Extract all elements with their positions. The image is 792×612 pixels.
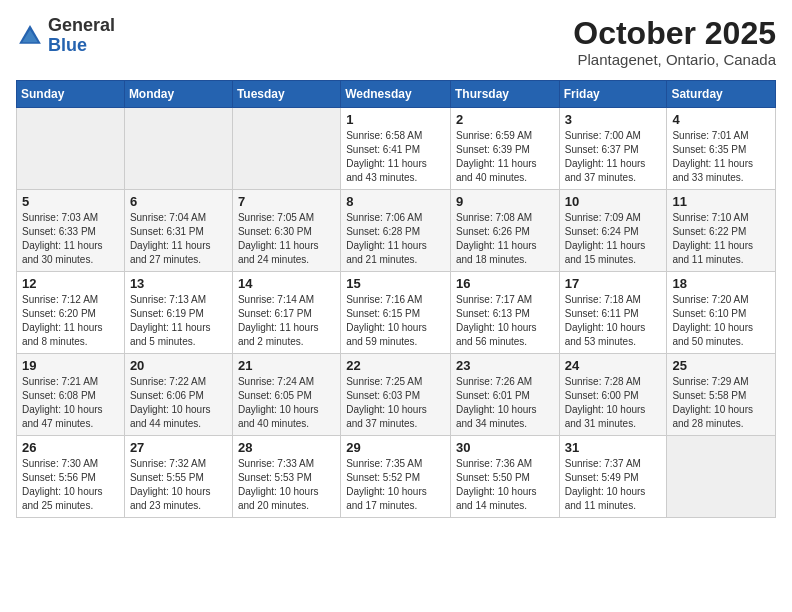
day-number: 29 bbox=[346, 440, 445, 455]
day-info: Sunrise: 7:30 AM Sunset: 5:56 PM Dayligh… bbox=[22, 457, 119, 513]
day-info: Sunrise: 7:36 AM Sunset: 5:50 PM Dayligh… bbox=[456, 457, 554, 513]
day-cell: 4Sunrise: 7:01 AM Sunset: 6:35 PM Daylig… bbox=[667, 108, 776, 190]
day-number: 14 bbox=[238, 276, 335, 291]
logo-icon bbox=[16, 22, 44, 50]
day-number: 28 bbox=[238, 440, 335, 455]
day-cell: 5Sunrise: 7:03 AM Sunset: 6:33 PM Daylig… bbox=[17, 190, 125, 272]
day-info: Sunrise: 7:18 AM Sunset: 6:11 PM Dayligh… bbox=[565, 293, 662, 349]
day-number: 4 bbox=[672, 112, 770, 127]
day-cell: 26Sunrise: 7:30 AM Sunset: 5:56 PM Dayli… bbox=[17, 436, 125, 518]
day-number: 30 bbox=[456, 440, 554, 455]
day-number: 23 bbox=[456, 358, 554, 373]
day-cell: 10Sunrise: 7:09 AM Sunset: 6:24 PM Dayli… bbox=[559, 190, 667, 272]
day-cell: 25Sunrise: 7:29 AM Sunset: 5:58 PM Dayli… bbox=[667, 354, 776, 436]
day-cell: 9Sunrise: 7:08 AM Sunset: 6:26 PM Daylig… bbox=[450, 190, 559, 272]
title-block: October 2025 Plantagenet, Ontario, Canad… bbox=[573, 16, 776, 68]
day-number: 31 bbox=[565, 440, 662, 455]
day-cell: 24Sunrise: 7:28 AM Sunset: 6:00 PM Dayli… bbox=[559, 354, 667, 436]
day-number: 13 bbox=[130, 276, 227, 291]
day-cell bbox=[124, 108, 232, 190]
day-info: Sunrise: 7:29 AM Sunset: 5:58 PM Dayligh… bbox=[672, 375, 770, 431]
day-number: 12 bbox=[22, 276, 119, 291]
day-cell: 15Sunrise: 7:16 AM Sunset: 6:15 PM Dayli… bbox=[341, 272, 451, 354]
day-number: 1 bbox=[346, 112, 445, 127]
day-info: Sunrise: 7:24 AM Sunset: 6:05 PM Dayligh… bbox=[238, 375, 335, 431]
day-cell: 6Sunrise: 7:04 AM Sunset: 6:31 PM Daylig… bbox=[124, 190, 232, 272]
day-info: Sunrise: 7:00 AM Sunset: 6:37 PM Dayligh… bbox=[565, 129, 662, 185]
day-info: Sunrise: 7:04 AM Sunset: 6:31 PM Dayligh… bbox=[130, 211, 227, 267]
day-info: Sunrise: 7:05 AM Sunset: 6:30 PM Dayligh… bbox=[238, 211, 335, 267]
day-number: 2 bbox=[456, 112, 554, 127]
day-number: 20 bbox=[130, 358, 227, 373]
day-number: 18 bbox=[672, 276, 770, 291]
day-cell: 13Sunrise: 7:13 AM Sunset: 6:19 PM Dayli… bbox=[124, 272, 232, 354]
day-info: Sunrise: 7:12 AM Sunset: 6:20 PM Dayligh… bbox=[22, 293, 119, 349]
calendar-subtitle: Plantagenet, Ontario, Canada bbox=[573, 51, 776, 68]
day-cell: 18Sunrise: 7:20 AM Sunset: 6:10 PM Dayli… bbox=[667, 272, 776, 354]
day-cell: 12Sunrise: 7:12 AM Sunset: 6:20 PM Dayli… bbox=[17, 272, 125, 354]
col-friday: Friday bbox=[559, 81, 667, 108]
day-info: Sunrise: 7:13 AM Sunset: 6:19 PM Dayligh… bbox=[130, 293, 227, 349]
day-number: 25 bbox=[672, 358, 770, 373]
week-row-2: 5Sunrise: 7:03 AM Sunset: 6:33 PM Daylig… bbox=[17, 190, 776, 272]
day-info: Sunrise: 7:20 AM Sunset: 6:10 PM Dayligh… bbox=[672, 293, 770, 349]
day-cell bbox=[667, 436, 776, 518]
day-cell: 22Sunrise: 7:25 AM Sunset: 6:03 PM Dayli… bbox=[341, 354, 451, 436]
day-info: Sunrise: 7:22 AM Sunset: 6:06 PM Dayligh… bbox=[130, 375, 227, 431]
day-number: 15 bbox=[346, 276, 445, 291]
col-monday: Monday bbox=[124, 81, 232, 108]
day-cell bbox=[17, 108, 125, 190]
day-number: 6 bbox=[130, 194, 227, 209]
day-number: 26 bbox=[22, 440, 119, 455]
day-info: Sunrise: 7:16 AM Sunset: 6:15 PM Dayligh… bbox=[346, 293, 445, 349]
day-number: 8 bbox=[346, 194, 445, 209]
page-header: General Blue October 2025 Plantagenet, O… bbox=[16, 16, 776, 68]
week-row-4: 19Sunrise: 7:21 AM Sunset: 6:08 PM Dayli… bbox=[17, 354, 776, 436]
day-number: 7 bbox=[238, 194, 335, 209]
day-cell: 14Sunrise: 7:14 AM Sunset: 6:17 PM Dayli… bbox=[232, 272, 340, 354]
calendar-table: Sunday Monday Tuesday Wednesday Thursday… bbox=[16, 80, 776, 518]
col-sunday: Sunday bbox=[17, 81, 125, 108]
day-info: Sunrise: 7:17 AM Sunset: 6:13 PM Dayligh… bbox=[456, 293, 554, 349]
day-cell: 2Sunrise: 6:59 AM Sunset: 6:39 PM Daylig… bbox=[450, 108, 559, 190]
day-cell: 3Sunrise: 7:00 AM Sunset: 6:37 PM Daylig… bbox=[559, 108, 667, 190]
day-info: Sunrise: 6:58 AM Sunset: 6:41 PM Dayligh… bbox=[346, 129, 445, 185]
day-number: 5 bbox=[22, 194, 119, 209]
day-cell: 31Sunrise: 7:37 AM Sunset: 5:49 PM Dayli… bbox=[559, 436, 667, 518]
logo-blue: Blue bbox=[48, 35, 87, 55]
calendar-header: Sunday Monday Tuesday Wednesday Thursday… bbox=[17, 81, 776, 108]
col-wednesday: Wednesday bbox=[341, 81, 451, 108]
day-cell: 23Sunrise: 7:26 AM Sunset: 6:01 PM Dayli… bbox=[450, 354, 559, 436]
day-cell: 1Sunrise: 6:58 AM Sunset: 6:41 PM Daylig… bbox=[341, 108, 451, 190]
day-info: Sunrise: 7:21 AM Sunset: 6:08 PM Dayligh… bbox=[22, 375, 119, 431]
day-info: Sunrise: 7:33 AM Sunset: 5:53 PM Dayligh… bbox=[238, 457, 335, 513]
day-cell: 8Sunrise: 7:06 AM Sunset: 6:28 PM Daylig… bbox=[341, 190, 451, 272]
day-number: 9 bbox=[456, 194, 554, 209]
calendar-body: 1Sunrise: 6:58 AM Sunset: 6:41 PM Daylig… bbox=[17, 108, 776, 518]
day-info: Sunrise: 7:08 AM Sunset: 6:26 PM Dayligh… bbox=[456, 211, 554, 267]
day-cell bbox=[232, 108, 340, 190]
day-cell: 29Sunrise: 7:35 AM Sunset: 5:52 PM Dayli… bbox=[341, 436, 451, 518]
day-number: 27 bbox=[130, 440, 227, 455]
day-cell: 20Sunrise: 7:22 AM Sunset: 6:06 PM Dayli… bbox=[124, 354, 232, 436]
day-info: Sunrise: 7:28 AM Sunset: 6:00 PM Dayligh… bbox=[565, 375, 662, 431]
days-header-row: Sunday Monday Tuesday Wednesday Thursday… bbox=[17, 81, 776, 108]
day-cell: 17Sunrise: 7:18 AM Sunset: 6:11 PM Dayli… bbox=[559, 272, 667, 354]
col-tuesday: Tuesday bbox=[232, 81, 340, 108]
day-info: Sunrise: 7:10 AM Sunset: 6:22 PM Dayligh… bbox=[672, 211, 770, 267]
logo-general: General bbox=[48, 15, 115, 35]
day-info: Sunrise: 7:03 AM Sunset: 6:33 PM Dayligh… bbox=[22, 211, 119, 267]
day-cell: 16Sunrise: 7:17 AM Sunset: 6:13 PM Dayli… bbox=[450, 272, 559, 354]
calendar-title: October 2025 bbox=[573, 16, 776, 51]
day-cell: 19Sunrise: 7:21 AM Sunset: 6:08 PM Dayli… bbox=[17, 354, 125, 436]
day-cell: 27Sunrise: 7:32 AM Sunset: 5:55 PM Dayli… bbox=[124, 436, 232, 518]
day-info: Sunrise: 7:14 AM Sunset: 6:17 PM Dayligh… bbox=[238, 293, 335, 349]
day-info: Sunrise: 7:26 AM Sunset: 6:01 PM Dayligh… bbox=[456, 375, 554, 431]
week-row-1: 1Sunrise: 6:58 AM Sunset: 6:41 PM Daylig… bbox=[17, 108, 776, 190]
day-cell: 11Sunrise: 7:10 AM Sunset: 6:22 PM Dayli… bbox=[667, 190, 776, 272]
day-number: 10 bbox=[565, 194, 662, 209]
week-row-5: 26Sunrise: 7:30 AM Sunset: 5:56 PM Dayli… bbox=[17, 436, 776, 518]
day-info: Sunrise: 7:06 AM Sunset: 6:28 PM Dayligh… bbox=[346, 211, 445, 267]
week-row-3: 12Sunrise: 7:12 AM Sunset: 6:20 PM Dayli… bbox=[17, 272, 776, 354]
day-info: Sunrise: 7:01 AM Sunset: 6:35 PM Dayligh… bbox=[672, 129, 770, 185]
